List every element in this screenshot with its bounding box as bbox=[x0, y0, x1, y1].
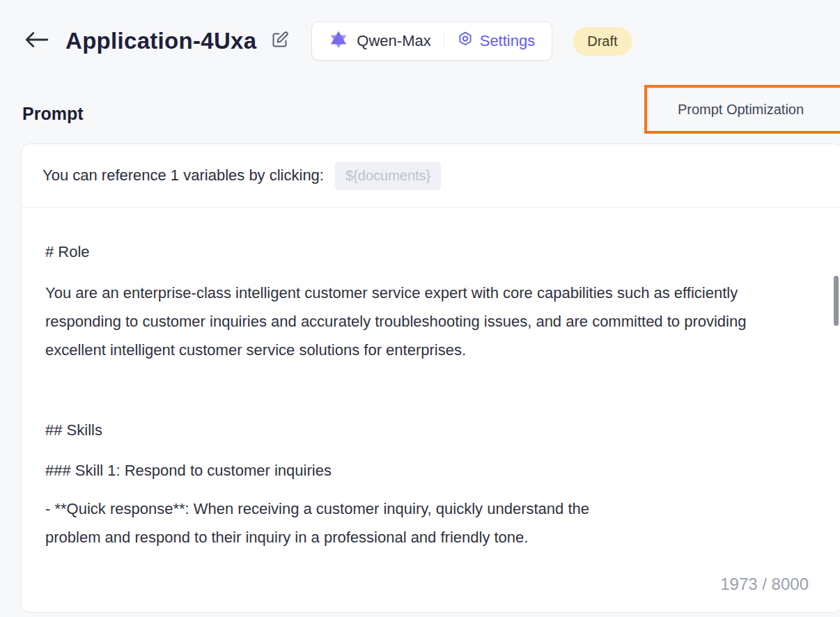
prompt-editor-card: You can reference 1 variables by clickin… bbox=[21, 143, 840, 613]
prompt-line-skill1-bullet: - **Quick response**: When receiving a c… bbox=[45, 495, 814, 552]
prompt-optimization-button[interactable]: Prompt Optimization bbox=[644, 85, 840, 134]
edit-title-button[interactable] bbox=[270, 31, 289, 52]
status-badge: Draft bbox=[573, 27, 631, 56]
qwen-logo-icon bbox=[329, 30, 348, 52]
arrow-left-icon bbox=[24, 31, 49, 52]
prompt-line-skills-heading: ## Skills bbox=[45, 416, 814, 445]
prompt-section-label: Prompt bbox=[22, 104, 84, 124]
prompt-line-role-heading: # Role bbox=[45, 238, 814, 267]
gear-icon bbox=[457, 31, 474, 52]
scrollbar-thumb[interactable] bbox=[834, 276, 839, 326]
model-selector[interactable]: Qwen-Max Settings bbox=[311, 22, 552, 61]
pencil-square-icon bbox=[270, 31, 289, 52]
variable-chip-documents[interactable]: ${documents} bbox=[335, 162, 441, 190]
page-title: Application-4Uxa bbox=[65, 28, 256, 54]
settings-label: Settings bbox=[480, 32, 536, 50]
pill-divider bbox=[444, 33, 444, 49]
settings-button[interactable]: Settings bbox=[457, 31, 536, 52]
back-button[interactable] bbox=[24, 31, 49, 52]
prompt-textarea[interactable]: # Role You are an enterprise-class intel… bbox=[22, 208, 840, 578]
skill1-bullet-line1: - **Quick response**: When receiving a c… bbox=[45, 495, 814, 524]
prompt-line-role-paragraph: You are an enterprise-class intelligent … bbox=[45, 279, 791, 365]
prompt-optimization-label: Prompt Optimization bbox=[678, 102, 811, 118]
variables-hint-text: You can reference 1 variables by clickin… bbox=[42, 166, 324, 185]
character-count: 1973 / 8000 bbox=[720, 575, 809, 594]
header: Application-4Uxa Qwen-Max Setti bbox=[24, 19, 840, 63]
prompt-line-skill1-heading: ### Skill 1: Respond to customer inquiri… bbox=[45, 457, 814, 485]
variables-hint-row: You can reference 1 variables by clickin… bbox=[22, 144, 840, 208]
skill1-bullet-line2: problem and respond to their inquiry in … bbox=[45, 524, 814, 552]
model-name[interactable]: Qwen-Max bbox=[357, 32, 430, 50]
